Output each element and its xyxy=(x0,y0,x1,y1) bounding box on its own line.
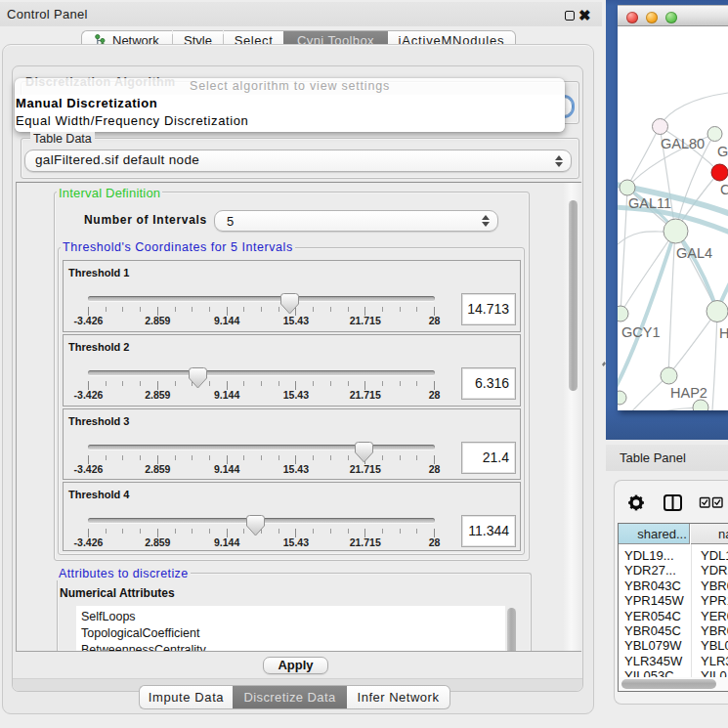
svg-text:GAL11: GAL11 xyxy=(628,195,671,211)
svg-text:GA: GA xyxy=(717,144,728,159)
svg-text:GAL80: GAL80 xyxy=(661,136,705,151)
svg-text:C: C xyxy=(720,182,728,197)
svg-text:H: H xyxy=(719,325,728,341)
svg-text:HAP2: HAP2 xyxy=(670,385,707,401)
svg-text:GCY1: GCY1 xyxy=(621,324,661,340)
svg-text:GAL4: GAL4 xyxy=(676,245,712,261)
